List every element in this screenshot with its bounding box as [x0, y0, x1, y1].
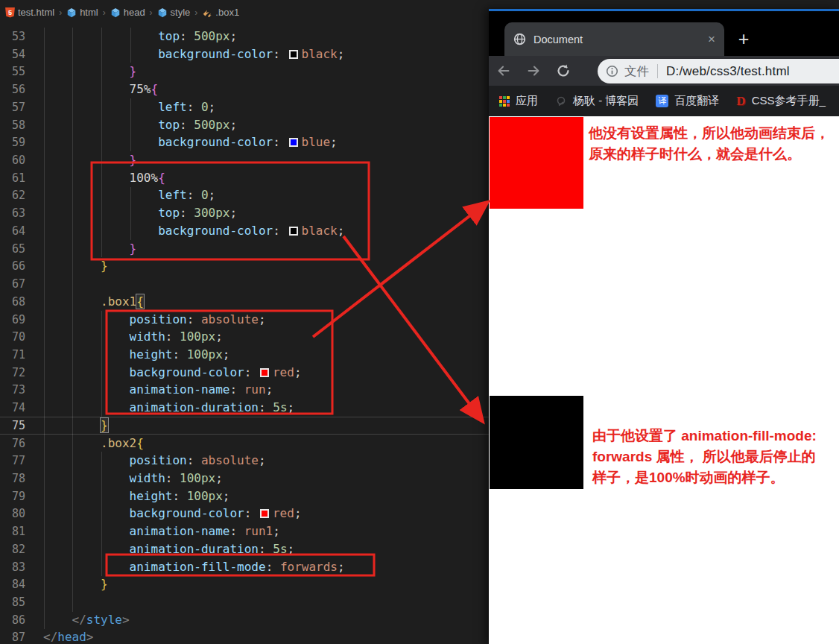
line-number: 67	[0, 276, 25, 294]
line-number: 66	[0, 258, 25, 276]
symbol-cube-icon	[110, 7, 121, 18]
code-line-53[interactable]: 53 top: 500px;	[0, 28, 490, 45]
code-line-68[interactable]: 68 .box1{	[0, 293, 490, 311]
globe-favicon	[513, 33, 526, 45]
code-line-74[interactable]: 74 animation-duration: 5s;	[0, 399, 490, 417]
faded-logo-icon	[555, 95, 567, 107]
breadcrumb-item-head[interactable]: head	[110, 7, 145, 18]
breadcrumb-item-html[interactable]: html	[66, 7, 98, 18]
code-line-73[interactable]: 73 animation-name: run;	[0, 381, 490, 399]
line-number: 64	[0, 223, 25, 241]
line-number: 81	[0, 523, 25, 541]
code-line-55[interactable]: 55 }	[0, 63, 490, 80]
bookmark-blog[interactable]: 杨耿 - 博客园	[555, 94, 639, 108]
line-number: 60	[0, 152, 25, 170]
code-line-56[interactable]: 56 75%{	[0, 80, 490, 98]
color-swatch	[289, 227, 298, 236]
symbol-cube-icon	[66, 7, 77, 18]
browser-titlebar: Document × +	[489, 11, 839, 56]
code-line-86[interactable]: 86 </style>	[0, 611, 490, 629]
address-divider	[657, 64, 658, 78]
code-line-80[interactable]: 80 background-color: red;	[0, 505, 490, 523]
annotation-note-2: 由于他设置了 animation-fill-mode: forwards 属性，…	[592, 426, 817, 488]
code-line-59[interactable]: 59 background-color: blue;	[0, 133, 490, 151]
breadcrumb-file[interactable]: 5 test.html	[5, 7, 54, 18]
d-logo-icon: D	[736, 94, 745, 109]
forward-button[interactable]	[519, 56, 548, 86]
line-number: 53	[0, 28, 25, 46]
chevron-right-icon: ›	[194, 7, 198, 18]
line-number: 57	[0, 99, 25, 117]
reload-button[interactable]	[548, 56, 578, 86]
browser-tab-document[interactable]: Document ×	[504, 22, 724, 56]
code-line-63[interactable]: 63 top: 300px;	[0, 204, 490, 222]
code-line-82[interactable]: 82 animation-duration: 5s;	[0, 540, 490, 558]
line-number: 59	[0, 134, 25, 152]
code-line-61[interactable]: 61 100%{	[0, 169, 490, 187]
tab-title: Document	[534, 34, 700, 45]
line-number: 68	[0, 294, 25, 312]
color-swatch	[289, 50, 298, 59]
code-line-64[interactable]: 64 background-color: black;	[0, 222, 490, 240]
line-number: 71	[0, 347, 25, 364]
line-number: 70	[0, 329, 25, 347]
line-number: 83	[0, 559, 25, 577]
tab-close-icon[interactable]: ×	[708, 32, 715, 47]
translate-icon: 译	[656, 95, 668, 107]
address-prefix: 文件	[624, 63, 649, 80]
line-number: 62	[0, 187, 25, 205]
code-line-76[interactable]: 76 .box2{	[0, 435, 490, 452]
line-number: 76	[0, 435, 25, 453]
css-class-symbol-icon	[202, 7, 212, 18]
line-number: 63	[0, 205, 25, 223]
code-line-62[interactable]: 62 left: 0;	[0, 186, 490, 204]
address-bar[interactable]: 文件 D:/web/css3/test.html	[598, 59, 839, 83]
bookmark-apps[interactable]: 应用	[499, 94, 538, 108]
apps-grid-icon	[499, 96, 510, 107]
code-line-81[interactable]: 81 animation-name: run1;	[0, 523, 490, 540]
code-line-57[interactable]: 57 left: 0;	[0, 98, 490, 116]
code-line-77[interactable]: 77 position: absolute;	[0, 452, 490, 470]
back-arrow-icon	[496, 63, 512, 79]
line-number: 65	[0, 241, 25, 259]
bookmark-baidu-translate[interactable]: 译 百度翻译	[656, 94, 719, 108]
color-swatch	[260, 368, 269, 377]
line-number: 82	[0, 541, 25, 559]
code-line-72[interactable]: 72 background-color: red;	[0, 364, 490, 382]
code-line-71[interactable]: 71 height: 100px;	[0, 346, 490, 364]
code-line-85[interactable]: 85	[0, 593, 490, 611]
code-line-87[interactable]: 87</head>	[0, 628, 490, 644]
breadcrumb-item-style[interactable]: style	[157, 7, 191, 18]
color-swatch	[260, 509, 269, 518]
code-line-67[interactable]: 67	[0, 275, 490, 293]
line-number: 80	[0, 505, 25, 523]
line-number: 85	[0, 594, 25, 612]
code-line-54[interactable]: 54 background-color: black;	[0, 45, 490, 63]
line-number: 72	[0, 364, 25, 382]
breadcrumb-item-box1[interactable]: .box1	[202, 7, 239, 18]
screenshot-root: 5 test.html › html › head › style › .box…	[0, 0, 839, 644]
code-line-66[interactable]: 66 }	[0, 257, 490, 275]
code-line-78[interactable]: 78 width: 100px;	[0, 470, 490, 487]
code-line-79[interactable]: 79 height: 100px;	[0, 487, 490, 505]
code-editor-area[interactable]: 53 top: 500px;54 background-color: black…	[0, 28, 490, 644]
chrome-browser-window: Document × + 文件 D:/web/css3/	[489, 9, 839, 644]
color-swatch	[289, 138, 298, 147]
info-icon	[606, 65, 618, 78]
new-tab-button[interactable]: +	[733, 29, 754, 50]
code-line-83[interactable]: 83 animation-fill-mode: forwards;	[0, 558, 490, 576]
code-line-65[interactable]: 65 }	[0, 240, 490, 258]
bookmark-css-reference[interactable]: D CSS参考手册_	[736, 94, 825, 109]
code-line-58[interactable]: 58 top: 500px;	[0, 116, 490, 134]
animated-box1-red	[490, 117, 583, 209]
code-line-84[interactable]: 84 }	[0, 575, 490, 593]
line-number: 58	[0, 117, 25, 135]
code-line-60[interactable]: 60 }	[0, 151, 490, 169]
back-button[interactable]	[489, 56, 519, 86]
line-number: 61	[0, 170, 25, 188]
code-line-75[interactable]: 75 }	[0, 417, 490, 435]
line-number: 78	[0, 470, 25, 488]
code-line-70[interactable]: 70 width: 100px;	[0, 328, 490, 346]
reload-icon	[555, 63, 572, 79]
code-line-69[interactable]: 69 position: absolute;	[0, 311, 490, 329]
